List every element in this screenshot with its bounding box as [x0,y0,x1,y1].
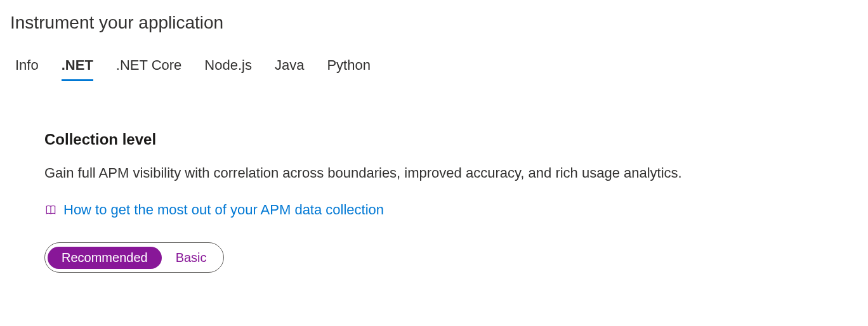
doc-link-row: How to get the most out of your APM data… [44,202,868,218]
tab-dotnet-core[interactable]: .NET Core [116,53,182,81]
tab-python[interactable]: Python [327,53,371,81]
collection-level-recommended[interactable]: Recommended [48,247,162,269]
tab-bar: Info .NET .NET Core Node.js Java Python [0,33,868,81]
tab-info[interactable]: Info [15,53,39,81]
tab-nodejs[interactable]: Node.js [204,53,252,81]
collection-level-toggle: Recommended Basic [44,242,224,273]
collection-level-description: Gain full APM visibility with correlatio… [44,165,868,181]
collection-level-basic[interactable]: Basic [162,247,221,269]
book-icon [44,204,57,216]
collection-level-heading: Collection level [44,131,868,148]
page-title: Instrument your application [0,0,868,33]
tab-dotnet[interactable]: .NET [62,53,93,81]
tab-content: Collection level Gain full APM visibilit… [0,81,868,273]
tab-java[interactable]: Java [275,53,304,81]
apm-doc-link[interactable]: How to get the most out of your APM data… [63,202,384,218]
